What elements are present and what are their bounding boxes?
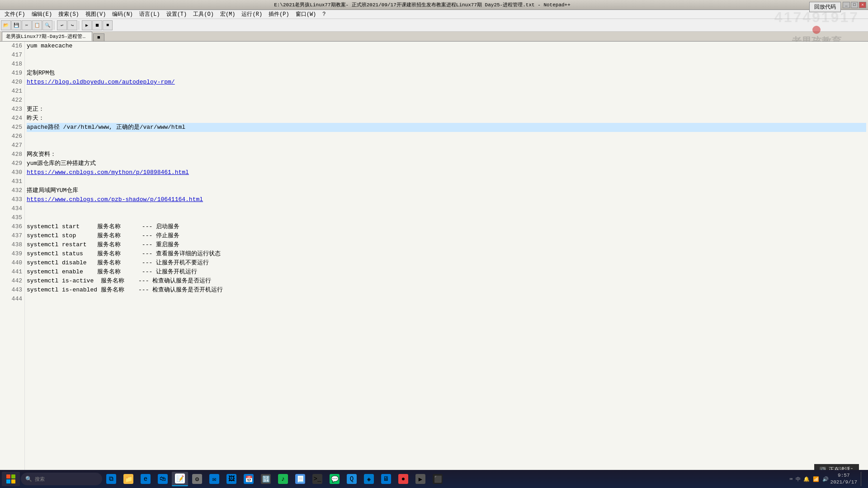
toolbar-btn-4[interactable]: 🔍 (42, 20, 52, 30)
notepad2-icon: 📃 (295, 474, 305, 484)
menu-item-s[interactable]: 搜索(S) (56, 10, 82, 19)
tab-0[interactable]: 老男孩Linux77期-Day25-进程管理.txt (2, 32, 92, 41)
toolbar-btn-3[interactable]: 📋 (32, 20, 42, 30)
music-icon: ♪ (278, 474, 288, 484)
line-number-433: 433 (0, 195, 22, 204)
taskbar-app-qq[interactable]: Q (344, 472, 360, 486)
line-number-423: 423 (0, 105, 22, 114)
show-desktop-btn[interactable] (861, 472, 863, 486)
recording-button[interactable]: 回放代码 (809, 2, 841, 12)
editor-line-425: apache路径 /var/html/www, 正确的是/var/www/htm… (27, 123, 866, 132)
menu-item-[interactable]: ? (320, 11, 328, 18)
toolbar-btn-1[interactable]: 💾 (11, 20, 21, 30)
taskbar-app-rdp[interactable]: 🖥 (378, 472, 394, 486)
editor-line-430: https://www.cnblogs.com/mython/p/1089846… (27, 168, 866, 177)
editor-line-432: 搭建局域网YUM仓库 (27, 186, 866, 195)
taskbar-search[interactable]: 🔍 搜索 (21, 473, 102, 485)
menu-item-w[interactable]: 窗口(W) (293, 10, 319, 19)
taskbar-app-notepad2[interactable]: 📃 (292, 472, 308, 486)
link-17[interactable]: https://www.cnblogs.com/pzb-shadow/p/106… (27, 196, 203, 203)
taskbar-app-mail[interactable]: ✉ (206, 472, 222, 486)
editor-line-440: systemctl disable 服务名称 --- 让服务开机不要运行 (27, 258, 866, 267)
line-number-420: 420 (0, 78, 22, 87)
taskbar-app-app19[interactable]: ▶ (412, 472, 429, 486)
menu-item-m[interactable]: 宏(M) (217, 10, 238, 19)
taskbar-app-photos[interactable]: 🖼 (223, 472, 240, 486)
menu-item-o[interactable]: 工具(O) (190, 10, 217, 19)
app19-icon: ▶ (415, 474, 425, 484)
menu-item-n[interactable]: 编码(N) (109, 10, 136, 19)
toolbar-btn-5[interactable]: ↩ (57, 20, 67, 30)
taskbar-app-file-explorer[interactable]: 📁 (120, 472, 137, 486)
menu-item-l[interactable]: 语言(L) (137, 10, 163, 19)
chat-icon: 💬 (330, 474, 340, 484)
maximize-button[interactable]: □ (851, 2, 858, 8)
file-explorer-icon: 📁 (123, 474, 133, 484)
windows-icon (6, 474, 15, 483)
line-number-437: 437 (0, 231, 22, 240)
line-number-430: 430 (0, 168, 22, 177)
rdp-icon: 🖥 (381, 474, 391, 484)
taskbar-app-settings[interactable]: ⚙ (189, 472, 205, 486)
search-placeholder: 搜索 (35, 476, 45, 483)
editor-content[interactable]: yum makecache定制RPM包https://blog.oldboyed… (25, 42, 868, 470)
taskbar-app-edge[interactable]: e (137, 472, 154, 486)
editor-line-435 (27, 213, 866, 222)
app18-icon: ● (398, 474, 408, 484)
link-14[interactable]: https://www.cnblogs.com/mython/p/1089846… (27, 169, 189, 176)
line-number-438: 438 (0, 240, 22, 249)
taskbar-app-vscode[interactable]: ◈ (361, 472, 377, 486)
toolbar-separator (54, 21, 56, 30)
toolbar-btn-9[interactable]: ■ (103, 20, 113, 30)
taskbar-app-calculator[interactable]: 🔢 (258, 472, 274, 486)
taskbar-app-music[interactable]: ♪ (275, 472, 291, 486)
menu-item-p[interactable]: 插件(P) (266, 10, 292, 19)
line-number-444: 444 (0, 295, 22, 304)
editor-line-424: 昨天： (27, 114, 866, 123)
taskbar-app-task-view[interactable]: ⧉ (103, 472, 119, 486)
menu-item-t[interactable]: 设置(T) (164, 10, 190, 19)
editor-line-421 (27, 87, 866, 96)
toolbar-btn-6[interactable]: ↪ (67, 20, 77, 30)
toolbar-btn-8[interactable]: ⏹ (92, 20, 102, 30)
line-number-425: 425 (0, 123, 22, 132)
editor-line-422 (27, 96, 866, 105)
taskbar-app-calendar[interactable]: 📅 (241, 472, 257, 486)
taskbar-app-app20[interactable]: ⬛ (429, 472, 446, 486)
photos-icon: 🖼 (226, 474, 236, 484)
line-number-441: 441 (0, 267, 22, 277)
link-4[interactable]: https://blog.oldboyedu.com/autodeploy-rp… (27, 79, 175, 85)
taskbar-app-notepad[interactable]: 📝 (172, 472, 188, 486)
toolbar-btn-2[interactable]: ✂ (22, 20, 32, 30)
close-button[interactable]: ✕ (859, 2, 866, 8)
calculator-icon: 🔢 (261, 474, 271, 484)
taskbar-app-chat[interactable]: 💬 (326, 472, 343, 486)
editor-line-444 (27, 295, 866, 304)
editor-line-429: yum源仓库的三种搭建方式 (27, 159, 866, 168)
line-number-416: 416 (0, 42, 22, 51)
toolbar-btn-0[interactable]: 📂 (1, 20, 11, 30)
toolbar-btn-7[interactable]: ▶ (82, 20, 92, 30)
taskbar-app-app18[interactable]: ● (395, 472, 411, 486)
taskbar-app-term[interactable]: >_ (309, 472, 326, 486)
line-number-424: 424 (0, 114, 22, 123)
editor-line-442: systemctl is-active 服务名称 --- 检查确认服务是否运行 (27, 277, 866, 286)
menu-item-v[interactable]: 视图(V) (83, 10, 109, 19)
tab-1[interactable]: ■ (93, 33, 104, 41)
editor-container: 4164174184194204214224234244254264274284… (0, 42, 868, 470)
taskbar-app-store[interactable]: 🛍 (155, 472, 171, 486)
minimize-button[interactable]: _ (843, 2, 850, 8)
menu-item-r[interactable]: 运行(R) (239, 10, 265, 19)
term-icon: >_ (312, 474, 322, 484)
start-button[interactable] (2, 472, 20, 486)
menu-item-f[interactable]: 文件(F) (2, 10, 28, 19)
editor-line-433: https://www.cnblogs.com/pzb-shadow/p/106… (27, 195, 866, 204)
editor-line-418 (27, 60, 866, 69)
menu-item-e[interactable]: 编辑(E) (29, 10, 55, 19)
editor-line-420: https://blog.oldboyedu.com/autodeploy-rp… (27, 78, 866, 87)
title-text: E:\2021老男孩Linux77期教案- 正式班2021/09/17开课建班招… (2, 1, 843, 8)
line-number-435: 435 (0, 213, 22, 222)
line-number-422: 422 (0, 96, 22, 105)
edge-icon: e (141, 474, 151, 484)
line-number-421: 421 (0, 87, 22, 96)
